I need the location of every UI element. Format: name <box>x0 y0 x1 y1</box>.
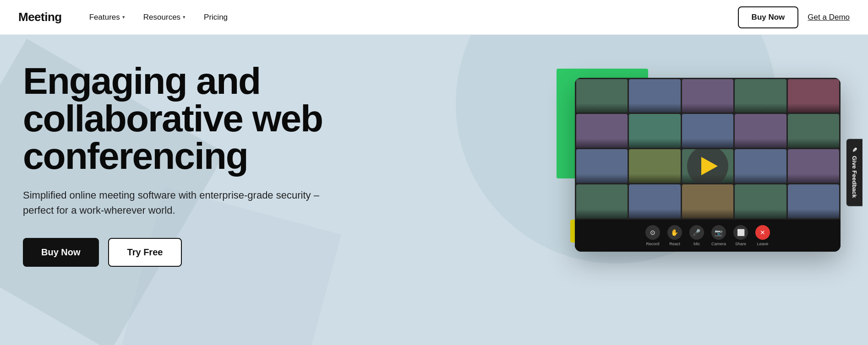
nav-pricing[interactable]: Pricing <box>204 13 228 22</box>
hero-content: Engaging and collaborative web conferenc… <box>0 35 868 294</box>
video-cell <box>576 184 628 218</box>
toolbar-camera-label: Camera <box>711 242 726 246</box>
video-cell <box>788 149 839 183</box>
video-cell <box>788 184 839 218</box>
feedback-icon: ✎ <box>851 147 858 152</box>
video-cell <box>682 149 733 183</box>
hero-subtitle: Simplified online meeting software with … <box>23 188 334 218</box>
chevron-down-icon: ▾ <box>122 14 125 20</box>
toolbar-leave-label: Leave <box>757 242 769 246</box>
feedback-tab[interactable]: ✎ Give Feedback <box>846 139 863 206</box>
toolbar-camera[interactable]: 📷 Camera <box>711 225 726 246</box>
toolbar-react-label: React <box>669 242 680 246</box>
try-free-button[interactable]: Try Free <box>108 238 182 267</box>
toolbar-share-label: Share <box>735 242 746 246</box>
video-cell <box>788 79 839 113</box>
nav-cta-group: Buy Now Get a Demo <box>738 6 850 28</box>
video-cell <box>682 184 733 218</box>
video-cell <box>735 114 786 148</box>
hero-buttons: Buy Now Try Free <box>23 238 380 267</box>
video-cell <box>629 149 680 183</box>
react-icon: ✋ <box>667 225 682 240</box>
play-icon <box>701 157 718 175</box>
buy-now-hero-button[interactable]: Buy Now <box>23 238 99 267</box>
toolbar-react[interactable]: ✋ React <box>667 225 682 246</box>
toolbar-share[interactable]: ⬜ Share <box>733 225 748 246</box>
hero-text: Engaging and collaborative web conferenc… <box>23 62 380 267</box>
nav-links: Features ▾ Resources ▾ Pricing <box>89 13 738 22</box>
camera-icon: 📷 <box>711 225 726 240</box>
navigation: Meeting Features ▾ Resources ▾ Pricing B… <box>0 0 868 35</box>
mic-icon: 🎤 <box>689 225 704 240</box>
video-cell <box>576 114 628 148</box>
toolbar-record-label: Record <box>646 242 659 246</box>
buy-now-nav-button[interactable]: Buy Now <box>738 6 799 28</box>
hero-visual: ⊙ Record ✋ React 🎤 Mic 📷 Camera <box>561 78 845 252</box>
share-icon: ⬜ <box>733 225 748 240</box>
video-cell <box>735 79 786 113</box>
video-cell <box>682 79 733 113</box>
video-cell <box>788 114 839 148</box>
nav-features[interactable]: Features ▾ <box>89 13 125 22</box>
hero-title: Engaging and collaborative web conferenc… <box>23 62 380 175</box>
video-grid <box>575 78 841 220</box>
video-cell <box>682 114 733 148</box>
video-cell <box>629 184 680 218</box>
toolbar-record[interactable]: ⊙ Record <box>645 225 660 246</box>
hero-section: Engaging and collaborative web conferenc… <box>0 35 868 345</box>
play-button[interactable] <box>687 149 728 183</box>
video-cell <box>629 79 680 113</box>
video-toolbar: ⊙ Record ✋ React 🎤 Mic 📷 Camera <box>575 220 841 252</box>
video-cell <box>735 149 786 183</box>
video-conference-mockup[interactable]: ⊙ Record ✋ React 🎤 Mic 📷 Camera <box>575 78 841 252</box>
logo[interactable]: Meeting <box>18 10 62 24</box>
record-icon: ⊙ <box>645 225 660 240</box>
leave-icon: ✕ <box>755 225 770 240</box>
toolbar-mic[interactable]: 🎤 Mic <box>689 225 704 246</box>
feedback-label: Give Feedback <box>851 156 858 198</box>
video-cell <box>576 149 628 183</box>
toolbar-mic-label: Mic <box>693 242 700 246</box>
chevron-down-icon: ▾ <box>183 14 186 20</box>
nav-resources[interactable]: Resources ▾ <box>143 13 186 22</box>
video-cell <box>735 184 786 218</box>
toolbar-leave[interactable]: ✕ Leave <box>755 225 770 246</box>
video-cell <box>576 79 628 113</box>
video-cell <box>629 114 680 148</box>
get-demo-button[interactable]: Get a Demo <box>808 13 850 22</box>
